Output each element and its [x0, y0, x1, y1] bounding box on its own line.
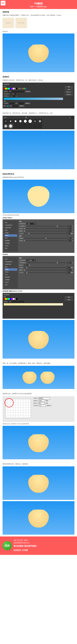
brush-preset[interactable] — [8, 119, 13, 124]
head-shape-flat — [28, 186, 49, 207]
blend-mode-select[interactable]: 滤色 — [27, 223, 36, 225]
section-text: 用钢笔线条画出doge的头部和耳朵 — [2, 176, 75, 178]
step-preview — [2, 426, 75, 459]
step-preview-3 — [2, 501, 75, 535]
brush-preset[interactable] — [13, 119, 18, 124]
brush-preset[interactable] — [33, 119, 37, 124]
fx-item-outer-glow[interactable]: 外发光 — [5, 244, 17, 247]
brush-preset[interactable] — [38, 119, 42, 124]
cancel-button[interactable]: 取消 — [65, 299, 74, 301]
size-slider[interactable] — [24, 233, 66, 234]
gradient-name-input[interactable] — [9, 301, 24, 302]
range-slider[interactable] — [24, 238, 67, 238]
brush-preset[interactable]: ❋ — [23, 124, 27, 128]
fx-item-satin[interactable]: 光泽 — [5, 237, 17, 240]
save-button[interactable]: 存储(S)... — [65, 94, 74, 96]
blend-mode-select[interactable]: 正片叠底 — [27, 260, 36, 261]
brush-preset[interactable] — [8, 124, 13, 128]
fx-item-color-overlay[interactable]: 颜色叠加 — [5, 276, 17, 278]
brush-preset[interactable]: ✺ — [28, 124, 32, 128]
fx-item-inner-glow[interactable]: 内发光 — [5, 234, 17, 237]
gradient-preview-bar-yellow[interactable] — [3, 303, 63, 306]
doge-illustration — [28, 508, 49, 528]
stop-opacity-input[interactable] — [9, 102, 14, 104]
fx-styles-header: 样式 — [5, 222, 17, 224]
section-text: 新建画布1200x800，背景填充近远一级，颜色#00a3f3，#9fc0e0 — [2, 79, 75, 82]
gradient-name-input[interactable] — [9, 91, 24, 92]
fx-item-blendopts[interactable]: 混合选项:默认 — [5, 224, 17, 226]
doge-illustration — [28, 330, 49, 349]
delete-stop-button[interactable]: 删除(D) — [24, 102, 31, 104]
doge-face — [28, 331, 49, 349]
doge-illustration — [28, 43, 49, 62]
brush-preset[interactable] — [23, 119, 27, 124]
fx-item-drop-shadow[interactable]: 投影 — [5, 247, 17, 250]
highlight-circle — [5, 398, 14, 407]
choke-slider[interactable] — [24, 270, 67, 270]
footer-slogan: 每日好教程! 国内强手资源！ — [14, 544, 38, 548]
section-continue: 继续复用复制外框，擦除多余，最终效果 — [0, 461, 77, 536]
tutorial-footer: 优设 优设 不仅仅是一张图片 更多精彩教程与资源 尽在 每日好教程! 国内强手资… — [0, 536, 77, 555]
section-text: 准备使用工具，路径#00caf3，混合效果，保留痕迹大小，在背景中填上去，选中 — [2, 112, 75, 114]
smoothness-input[interactable] — [10, 95, 15, 97]
doc-name-input[interactable] — [38, 398, 50, 399]
section-duplicate: 复制一级，放入效果里，得到两份备件，建用一份前，擦除多余，做填充颜色 — [0, 360, 77, 391]
fx-item-grad-overlay[interactable]: 渐变叠加 — [5, 278, 17, 281]
brush-preset[interactable] — [18, 119, 23, 124]
footer-line-2: 更多精彩教程与资源 尽在 — [14, 542, 38, 544]
preset-swatches[interactable] — [3, 88, 27, 90]
fx-item-drop-shadow[interactable]: 投影 — [5, 284, 17, 286]
stop-position-input[interactable] — [19, 102, 24, 104]
final-effect-label: 最终效果 — [2, 31, 75, 32]
brush-preset[interactable]: ○ — [38, 124, 42, 128]
opacity-slider[interactable] — [27, 226, 67, 226]
ref-image-2: doge photo — [15, 18, 27, 28]
fx-item-stroke[interactable]: 描边 — [5, 266, 17, 268]
opacity-slider[interactable] — [27, 262, 67, 263]
doge-copy-2 — [40, 371, 55, 384]
section-text: 继续复用复制外框，擦除多余，最终效果 — [2, 463, 75, 465]
choke-slider[interactable] — [24, 231, 67, 231]
section-prep: 前期准备 需要在设计专属的处理图片，在网络上找了一张doge的图片作为参考。此次… — [0, 9, 77, 74]
distance-slider[interactable] — [24, 268, 66, 268]
doc-res-input[interactable] — [40, 405, 46, 406]
fx-item-outer-glow[interactable]: 外发光 — [5, 281, 17, 284]
brush-preset[interactable]: ✦ — [13, 124, 18, 128]
stop-color-swatch[interactable] — [7, 105, 9, 107]
new-gradient-button[interactable]: 新建(W) — [25, 90, 31, 92]
brush-preset[interactable]: ✧ — [18, 124, 23, 128]
gradient-type-select[interactable]: 实底 — [11, 93, 18, 95]
doc-width-input[interactable] — [39, 400, 45, 402]
cancel-button[interactable]: 取消 — [65, 88, 74, 90]
stop-position-input-2[interactable] — [13, 105, 18, 107]
brush-size-slider[interactable] — [7, 117, 68, 118]
name-label: 名称(N): — [3, 91, 8, 92]
gradient-preview-bar[interactable] — [3, 98, 63, 100]
size-slider[interactable] — [24, 272, 66, 273]
noise-slider[interactable] — [24, 228, 67, 229]
fx-item-bevel[interactable]: 斜面和浮雕 — [5, 226, 17, 229]
fx-item-bevel[interactable]: 斜面和浮雕 — [5, 263, 17, 266]
doc-height-input[interactable] — [38, 402, 45, 404]
fx-item-color-overlay[interactable]: 颜色叠加 — [5, 240, 17, 242]
fx-item-stroke[interactable]: 描边 — [5, 229, 17, 232]
fx-item-inner-shadow[interactable]: 内阴影 — [5, 268, 17, 271]
brush-preset[interactable] — [28, 119, 32, 124]
brush-size-input[interactable] — [68, 117, 74, 118]
ok-button[interactable]: 确定 — [65, 296, 74, 298]
fx-item-inner-glow[interactable]: 内发光 — [5, 271, 17, 274]
ok-button[interactable]: 确定 — [65, 86, 74, 88]
preset-swatches[interactable] — [3, 298, 27, 300]
fx-item-inner-shadow[interactable]: 内阴影 — [5, 232, 17, 234]
fx-item-satin[interactable]: 光泽 — [5, 274, 17, 276]
size-label: 大小: — [3, 117, 7, 118]
jitter-slider[interactable] — [24, 240, 67, 241]
brush-preset[interactable]: ● — [33, 124, 37, 128]
brush-preset[interactable] — [3, 119, 8, 124]
load-button[interactable]: 载入(L)... — [65, 91, 74, 93]
footer-logo: 优设 — [2, 541, 12, 550]
brush-preset[interactable] — [3, 124, 8, 128]
fx-item-grad-overlay[interactable]: 渐变叠加 — [5, 242, 17, 244]
fx-item-blendopts[interactable]: 混合选项:默认 — [5, 260, 17, 263]
delete-stop-button-2[interactable]: 删除(D) — [19, 105, 25, 107]
